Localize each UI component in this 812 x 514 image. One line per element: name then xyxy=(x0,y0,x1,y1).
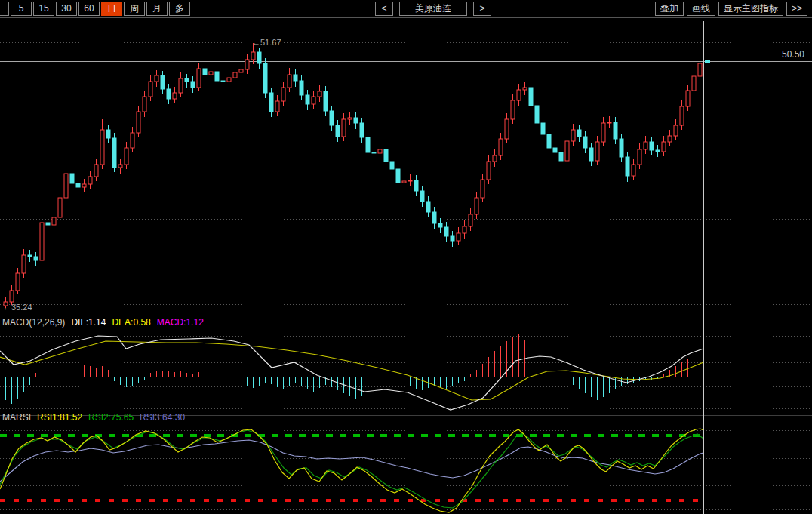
candle-down xyxy=(432,212,436,223)
candle-down xyxy=(451,236,454,241)
symbol-button[interactable]: 美原油连 xyxy=(399,2,467,16)
candle-down xyxy=(620,139,623,157)
candle-down xyxy=(414,180,418,191)
candle-up xyxy=(88,177,92,184)
macd-title: MACD(12,26,9) xyxy=(2,317,65,328)
candle-up xyxy=(82,184,86,187)
candle-up xyxy=(245,60,249,69)
candle-up xyxy=(644,142,647,149)
candle-down xyxy=(366,137,370,152)
candle-down xyxy=(112,138,116,168)
current-price-label: 50.50 xyxy=(782,49,804,60)
candle-up xyxy=(632,165,635,176)
period-button-1[interactable]: 1 xyxy=(0,2,9,16)
candle-down xyxy=(426,202,430,212)
candle-down xyxy=(656,150,660,152)
candle-up xyxy=(607,122,611,123)
candle-up xyxy=(662,142,666,152)
candle-down xyxy=(583,137,587,148)
candle-down xyxy=(167,89,171,99)
arrow-left-icon: ← xyxy=(252,38,260,47)
candle-down xyxy=(535,106,539,123)
candle-up xyxy=(499,139,503,155)
draw-line-button[interactable]: 画线 xyxy=(687,2,715,16)
rsi2-line xyxy=(0,430,703,508)
toolbar: 1 5 15 30 60 日 周 月 多 < 美原油连 > 叠加 画线 显示主图… xyxy=(0,0,812,18)
candle-up xyxy=(680,106,684,125)
period-button-month[interactable]: 月 xyxy=(146,2,168,16)
tool-button-group: 叠加 画线 显示主图指标 >> xyxy=(655,2,807,16)
candle-down xyxy=(614,122,617,139)
candle-up xyxy=(131,133,134,148)
candle-up xyxy=(638,149,641,165)
candle-up xyxy=(239,69,243,72)
candle-up xyxy=(318,91,321,97)
candle-up xyxy=(143,97,146,112)
prev-symbol-button[interactable]: < xyxy=(375,2,393,16)
candle-up xyxy=(517,90,521,100)
candle-down xyxy=(257,52,261,63)
candle-down xyxy=(547,134,551,148)
symbol-nav-group: < 美原油连 > xyxy=(375,2,491,16)
candle-up xyxy=(571,130,575,141)
candle-down xyxy=(161,75,165,89)
candle-down xyxy=(70,174,74,183)
candle-down xyxy=(444,227,448,236)
macd-dif-line xyxy=(0,336,703,410)
low-price-marker: ←35.24 xyxy=(3,303,32,312)
rsi3-line xyxy=(0,440,703,482)
low-price-label: 35.24 xyxy=(11,303,32,312)
expand-toolbar-button[interactable]: >> xyxy=(786,2,807,16)
candle-down xyxy=(28,255,32,257)
candle-up xyxy=(275,101,279,112)
candle-up xyxy=(209,72,213,75)
candle-down xyxy=(294,75,297,81)
candle-up xyxy=(698,63,702,76)
candle-down xyxy=(263,63,267,93)
candle-up xyxy=(348,118,352,119)
period-button-5[interactable]: 5 xyxy=(11,2,32,16)
next-symbol-button[interactable]: > xyxy=(473,2,491,16)
candle-up xyxy=(469,214,472,226)
candle-up xyxy=(481,180,484,198)
candle-down xyxy=(203,69,207,75)
candle-up xyxy=(378,149,382,153)
candle-down xyxy=(306,95,309,104)
high-price-label: 51.67 xyxy=(260,38,281,47)
period-button-more[interactable]: 多 xyxy=(169,2,190,16)
candle-down xyxy=(438,223,442,227)
candle-up xyxy=(511,100,515,119)
overlay-button[interactable]: 叠加 xyxy=(655,2,684,16)
period-button-group: 1 5 15 30 60 日 周 月 多 xyxy=(0,2,190,16)
candle-down xyxy=(396,169,400,183)
current-price-tick xyxy=(705,60,710,63)
chart-canvas[interactable] xyxy=(0,0,812,514)
candle-down xyxy=(221,81,225,82)
candle-up xyxy=(601,123,605,142)
candle-up xyxy=(137,112,140,133)
candle-up xyxy=(233,72,237,78)
macd-dif-value: DIF:1.14 xyxy=(71,317,106,328)
candle-up xyxy=(22,255,26,273)
candle-up xyxy=(52,217,56,225)
show-main-indicator-button[interactable]: 显示主图指标 xyxy=(718,2,783,16)
candle-up xyxy=(487,162,491,180)
rsi2-value: RSI2:75.65 xyxy=(88,412,134,423)
rsi3-value: RSI3:64.30 xyxy=(140,412,185,423)
candle-up xyxy=(100,130,104,165)
macd-macd-value: MACD:1.12 xyxy=(157,317,204,328)
period-button-30[interactable]: 30 xyxy=(56,2,77,16)
candle-down xyxy=(384,149,388,162)
period-button-week[interactable]: 周 xyxy=(124,2,145,16)
period-button-60[interactable]: 60 xyxy=(78,2,100,16)
period-button-15[interactable]: 15 xyxy=(33,2,54,16)
candle-up xyxy=(668,136,672,142)
candle-up xyxy=(523,88,527,90)
candle-down xyxy=(324,91,328,111)
candle-up xyxy=(475,198,478,214)
candle-up xyxy=(227,78,231,82)
candle-down xyxy=(185,78,189,82)
rsi-indicator-labels: MARSIRSI1:81.52RSI2:75.65RSI3:64.30 xyxy=(2,412,191,423)
period-button-day[interactable]: 日 xyxy=(101,2,122,16)
candle-up xyxy=(251,52,255,60)
